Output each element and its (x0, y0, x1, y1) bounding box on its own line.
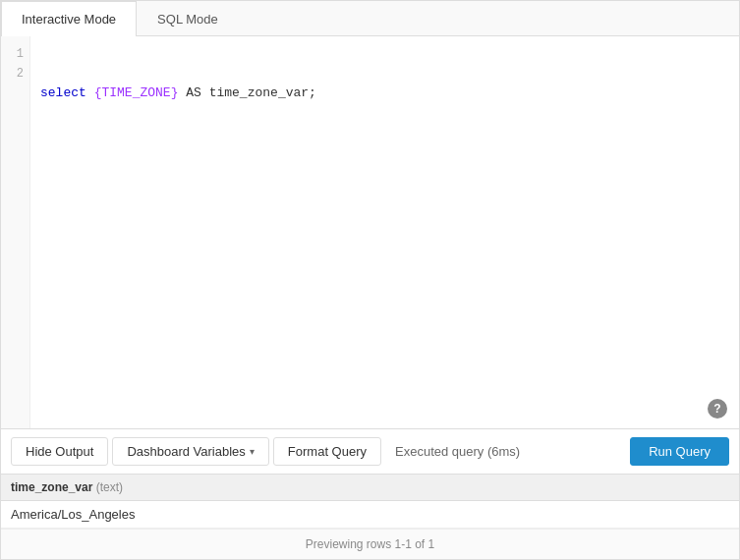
column-name: time_zone_var (11, 480, 92, 494)
code-line-1: select {TIME_ZONE} AS time_zone_var; (40, 84, 729, 103)
results-row: America/Los_Angeles (1, 501, 739, 529)
dashboard-variables-label: Dashboard Variables (127, 444, 245, 459)
keyword-select: select (40, 85, 86, 100)
line-number-1: 1 (17, 44, 24, 64)
editor-area: 1 2 select {TIME_ZONE} AS time_zone_var;… (1, 36, 739, 429)
tab-sql[interactable]: SQL Mode (137, 1, 239, 36)
main-container: Interactive Mode SQL Mode 1 2 select {TI… (0, 0, 740, 560)
run-query-button[interactable]: Run Query (630, 437, 729, 466)
dashboard-variables-button[interactable]: Dashboard Variables ▾ (112, 437, 268, 466)
tab-bar: Interactive Mode SQL Mode (1, 1, 739, 36)
variable-timezone: {TIME_ZONE} (94, 85, 179, 100)
toolbar: Hide Output Dashboard Variables ▾ Format… (1, 429, 739, 475)
help-icon[interactable]: ? (708, 399, 727, 419)
line-numbers: 1 2 (1, 36, 30, 428)
editor-content[interactable]: select {TIME_ZONE} AS time_zone_var; (30, 36, 739, 428)
executed-query-info: Executed query (6ms) (385, 438, 530, 465)
column-type: (text) (96, 480, 123, 494)
format-query-button[interactable]: Format Query (273, 437, 381, 466)
chevron-down-icon: ▾ (250, 446, 255, 457)
code-line-2 (40, 142, 729, 162)
hide-output-button[interactable]: Hide Output (11, 437, 108, 466)
line-number-2: 2 (17, 64, 24, 84)
results-area: time_zone_var (text) America/Los_Angeles… (1, 475, 739, 559)
tab-interactive[interactable]: Interactive Mode (1, 1, 137, 36)
results-header: time_zone_var (text) (1, 475, 739, 501)
alias-as: AS time_zone_var; (186, 85, 316, 100)
results-preview-label: Previewing rows 1-1 of 1 (1, 529, 739, 559)
